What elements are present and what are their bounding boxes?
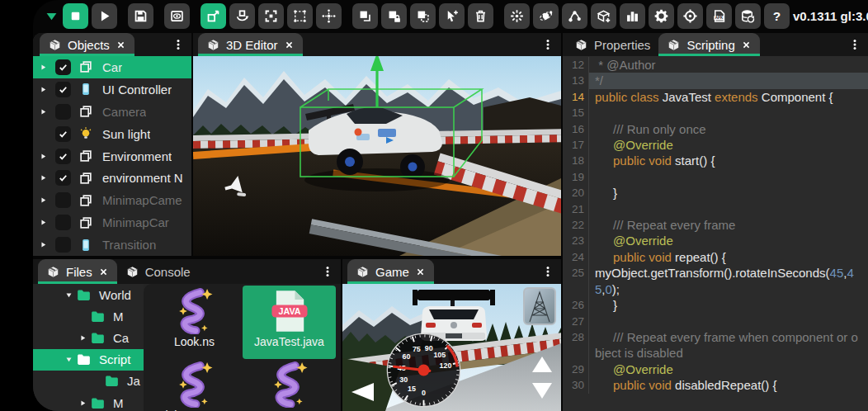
pointer-add-button[interactable] bbox=[439, 3, 465, 29]
delete-button[interactable] bbox=[468, 3, 493, 29]
tab-scripting[interactable]: Scripting bbox=[658, 33, 759, 56]
folder-row-m[interactable]: M bbox=[33, 305, 144, 327]
box-icon bbox=[356, 265, 370, 279]
visibility-checkbox[interactable] bbox=[55, 59, 71, 75]
3d-viewport[interactable] bbox=[193, 56, 561, 256]
visibility-checkbox[interactable] bbox=[55, 170, 71, 186]
visibility-checkbox[interactable] bbox=[55, 104, 71, 120]
code-line-26: 26} bbox=[563, 297, 868, 313]
code-menu-button[interactable] bbox=[842, 33, 868, 56]
save-button[interactable] bbox=[128, 3, 153, 29]
object-row-ui-controller[interactable]: UI Controller bbox=[33, 78, 191, 101]
node-graph-button[interactable] bbox=[562, 3, 587, 29]
editor-menu-button[interactable] bbox=[535, 33, 561, 56]
play-button[interactable] bbox=[92, 3, 117, 29]
settings-button[interactable] bbox=[649, 3, 674, 29]
duplicate-button[interactable] bbox=[410, 3, 436, 29]
visibility-checkbox[interactable] bbox=[55, 82, 71, 97]
expand-arrow-icon[interactable] bbox=[39, 63, 51, 72]
particles-button[interactable] bbox=[504, 3, 530, 29]
close-icon[interactable] bbox=[116, 40, 126, 50]
object-row-minimapcar[interactable]: MinimapCar bbox=[33, 211, 191, 234]
object-row-sun-light[interactable]: Sun light bbox=[33, 123, 191, 145]
expand-arrow-icon[interactable] bbox=[78, 399, 90, 408]
visibility-checkbox[interactable] bbox=[55, 215, 71, 230]
object-row-environment[interactable]: Environment bbox=[33, 145, 191, 168]
apk-export-button[interactable]: APK bbox=[706, 3, 732, 29]
tab-files[interactable]: Files bbox=[38, 259, 117, 284]
target-button[interactable] bbox=[677, 3, 703, 29]
game-menu-button[interactable] bbox=[535, 259, 561, 284]
stop-button[interactable] bbox=[63, 3, 88, 29]
center-tool-button[interactable] bbox=[316, 3, 342, 29]
visibility-checkbox[interactable] bbox=[55, 237, 71, 253]
expand-arrow-icon[interactable] bbox=[39, 173, 51, 182]
orbit-button[interactable] bbox=[533, 3, 559, 29]
bounds-tool-button[interactable] bbox=[287, 3, 313, 29]
visibility-checkbox[interactable] bbox=[55, 192, 71, 208]
tab-console[interactable]: Console bbox=[117, 259, 199, 284]
tab-3d-editor[interactable]: 3D Editor bbox=[198, 33, 303, 56]
phone-icon bbox=[78, 82, 95, 97]
rotate-tool-button[interactable] bbox=[229, 3, 255, 29]
object-row-car[interactable]: Car bbox=[33, 56, 191, 78]
tab-properties[interactable]: Properties bbox=[566, 33, 658, 56]
svg-text:?: ? bbox=[773, 8, 781, 22]
expand-arrow-icon[interactable] bbox=[39, 85, 51, 94]
expand-arrow-icon[interactable] bbox=[39, 218, 51, 227]
object-row-environment-n[interactable]: environment N bbox=[33, 167, 191, 189]
object-row-minimapcame[interactable]: MinimapCame bbox=[33, 189, 191, 211]
object-row-transition[interactable]: Transition bbox=[33, 234, 191, 256]
copy-lock-button[interactable] bbox=[381, 3, 407, 29]
files-menu-button[interactable] bbox=[314, 259, 341, 284]
gear-icon bbox=[653, 8, 669, 24]
visibility-checkbox[interactable] bbox=[55, 149, 71, 164]
expand-arrow-icon[interactable] bbox=[64, 291, 76, 300]
tab-objects[interactable]: Objects bbox=[40, 33, 134, 56]
file-minimapcar-ns[interactable]: MinimapCar.ns bbox=[148, 359, 241, 411]
accelerate-button[interactable] bbox=[532, 357, 552, 372]
close-icon[interactable] bbox=[741, 40, 752, 50]
expand-arrow-icon[interactable] bbox=[64, 355, 76, 364]
objects-menu-button[interactable] bbox=[165, 33, 191, 56]
game-view[interactable]: 0153045607590105120 bbox=[342, 284, 561, 411]
expand-arrow-icon[interactable] bbox=[39, 107, 51, 116]
folder-icon bbox=[90, 309, 106, 324]
folder-row-ja[interactable]: Ja bbox=[33, 371, 144, 392]
steer-left-button[interactable] bbox=[351, 383, 374, 401]
help-button[interactable]: ? bbox=[764, 3, 790, 29]
add-object-button[interactable] bbox=[591, 3, 616, 29]
expand-arrow-icon[interactable] bbox=[78, 333, 90, 342]
code-line-14: 14public class JavaTest extends Componen… bbox=[563, 89, 868, 105]
folder-row-world[interactable]: World bbox=[33, 284, 144, 305]
folder-row-ca[interactable]: Ca bbox=[33, 327, 144, 348]
brake-button[interactable] bbox=[532, 383, 552, 399]
scale-tool-button[interactable] bbox=[258, 3, 284, 29]
copy-button[interactable] bbox=[352, 3, 378, 29]
move-tool-button[interactable] bbox=[200, 3, 226, 29]
folder-label: M bbox=[113, 396, 124, 410]
stop-icon bbox=[68, 8, 83, 24]
folder-row-m[interactable]: M bbox=[33, 392, 144, 411]
object-row-camera[interactable]: Camera bbox=[33, 101, 191, 123]
stats-button[interactable] bbox=[620, 3, 645, 29]
close-icon[interactable] bbox=[284, 40, 295, 50]
object-label: Transition bbox=[102, 238, 156, 252]
close-icon[interactable] bbox=[415, 267, 426, 277]
database-sync-button[interactable] bbox=[735, 3, 761, 29]
scene-preview-button[interactable] bbox=[164, 3, 190, 29]
file-lod-ns[interactable]: LOD.ns bbox=[243, 359, 336, 411]
expand-arrow-icon[interactable] bbox=[39, 240, 51, 249]
code-editor[interactable]: 12 * @Author13*/14public class JavaTest … bbox=[563, 56, 868, 411]
tab-game[interactable]: Game bbox=[347, 259, 434, 284]
object-label: Car bbox=[102, 60, 122, 74]
visibility-checkbox[interactable] bbox=[55, 126, 71, 142]
folder-row-script[interactable]: Script bbox=[33, 349, 144, 371]
file-javatest-java[interactable]: JAVAJavaTest.java bbox=[243, 286, 336, 359]
expand-arrow-icon[interactable] bbox=[39, 152, 51, 161]
expand-arrow-icon[interactable] bbox=[39, 196, 51, 205]
file-look-ns[interactable]: Look.ns bbox=[148, 286, 241, 359]
run-dropdown-button[interactable] bbox=[43, 3, 59, 29]
close-icon[interactable] bbox=[98, 267, 109, 277]
file-label: Look.ns bbox=[174, 335, 215, 348]
